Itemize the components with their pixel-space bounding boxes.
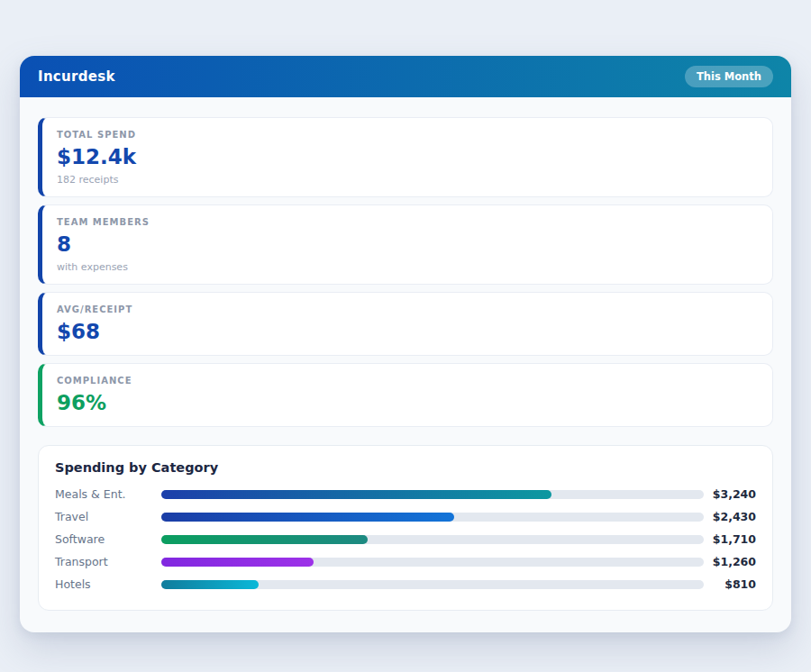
bar-fill xyxy=(161,513,454,522)
stat-value: 96% xyxy=(57,391,758,415)
category-row: Hotels$810 xyxy=(55,573,756,595)
stat-card-avg-receipt: AVG/RECEIPT$68 xyxy=(38,292,773,356)
stat-card-team-members: TEAM MEMBERS8with expenses xyxy=(38,204,773,285)
bar-track xyxy=(161,580,704,589)
category-label: Meals & Ent. xyxy=(55,487,161,501)
category-row: Travel$2,430 xyxy=(55,505,756,528)
stat-value: $68 xyxy=(57,320,758,344)
category-value: $810 xyxy=(704,577,756,591)
bar-fill xyxy=(161,535,368,544)
bar-fill xyxy=(161,580,259,589)
panel-content: TOTAL SPEND$12.4k182 receiptsTEAM MEMBER… xyxy=(20,97,791,632)
category-row: Meals & Ent.$3,240 xyxy=(55,483,756,505)
dashboard-panel: Incurdesk This Month TOTAL SPEND$12.4k18… xyxy=(20,56,791,632)
period-badge[interactable]: This Month xyxy=(685,66,773,87)
bar-fill xyxy=(161,490,551,499)
stat-label: TEAM MEMBERS xyxy=(57,217,758,228)
stat-value: 8 xyxy=(57,232,758,257)
bar-track xyxy=(161,558,704,567)
category-rows: Meals & Ent.$3,240Travel$2,430Software$1… xyxy=(55,483,756,595)
category-value: $1,260 xyxy=(704,555,756,568)
category-label: Travel xyxy=(55,510,161,523)
category-value: $1,710 xyxy=(704,532,756,546)
stat-cards: TOTAL SPEND$12.4k182 receiptsTEAM MEMBER… xyxy=(38,117,773,427)
category-label: Transport xyxy=(55,555,161,568)
app-title: Incurdesk xyxy=(38,68,115,85)
category-value: $2,430 xyxy=(704,510,756,523)
stat-label: AVG/RECEIPT xyxy=(57,304,758,315)
stat-subtext: 182 receipts xyxy=(57,174,758,186)
category-label: Software xyxy=(55,532,161,546)
category-row: Software$1,710 xyxy=(55,528,756,550)
stat-card-compliance: COMPLIANCE96% xyxy=(38,363,773,427)
stat-subtext: with expenses xyxy=(57,261,758,273)
stat-label: COMPLIANCE xyxy=(57,376,758,386)
stat-label: TOTAL SPEND xyxy=(57,130,758,141)
bar-track xyxy=(161,513,704,522)
bar-track xyxy=(161,535,704,544)
category-value: $3,240 xyxy=(704,487,756,501)
chart-title: Spending by Category xyxy=(55,460,756,476)
category-row: Transport$1,260 xyxy=(55,550,756,573)
bar-track xyxy=(161,490,704,499)
stat-card-total-spend: TOTAL SPEND$12.4k182 receipts xyxy=(38,117,773,197)
stat-value: $12.4k xyxy=(57,145,758,169)
bar-fill xyxy=(161,558,314,567)
spending-by-category-card: Spending by Category Meals & Ent.$3,240T… xyxy=(38,445,773,611)
category-label: Hotels xyxy=(55,577,161,591)
app-header: Incurdesk This Month xyxy=(20,56,791,97)
